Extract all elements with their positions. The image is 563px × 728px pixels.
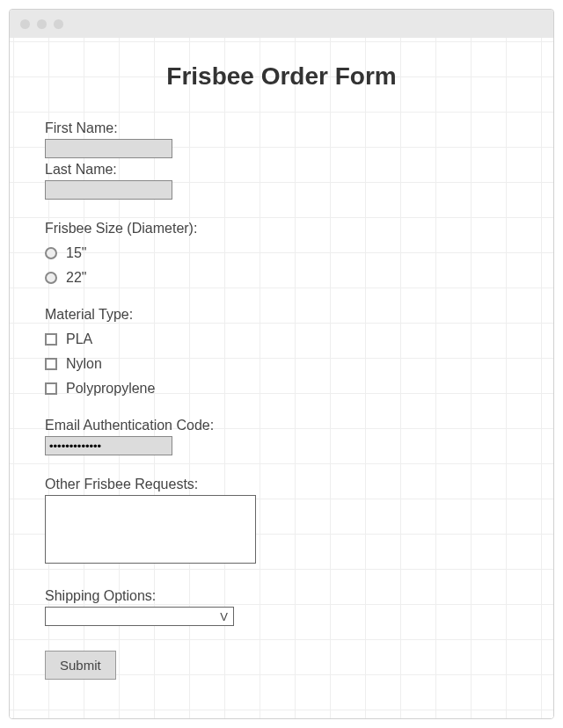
size-option-15-text: 15" xyxy=(66,245,86,261)
browser-frame: Frisbee Order Form First Name: Last Name… xyxy=(9,9,554,719)
window-dot-close[interactable] xyxy=(20,19,30,29)
material-group: Material Type: PLA Nylon Polypropylene xyxy=(45,307,518,397)
content-area: Frisbee Order Form First Name: Last Name… xyxy=(10,38,553,718)
last-name-label: Last Name: xyxy=(45,162,518,178)
material-checkbox-polypropylene[interactable] xyxy=(45,382,57,395)
material-checkbox-nylon[interactable] xyxy=(45,358,57,370)
size-radio-15[interactable] xyxy=(45,247,57,259)
material-option-pla: PLA xyxy=(45,331,518,347)
window-titlebar xyxy=(10,10,553,38)
submit-button[interactable]: Submit xyxy=(45,651,116,680)
shipping-select[interactable]: V xyxy=(45,607,234,626)
page-title: Frisbee Order Form xyxy=(45,62,518,91)
material-polypropylene-text: Polypropylene xyxy=(66,381,155,397)
size-option-15: 15" xyxy=(45,245,518,261)
requests-textarea[interactable] xyxy=(45,495,256,564)
size-option-22-text: 22" xyxy=(66,270,86,286)
order-form: Frisbee Order Form First Name: Last Name… xyxy=(10,38,553,688)
first-name-input[interactable] xyxy=(45,139,172,158)
auth-code-input[interactable] xyxy=(45,436,172,455)
chevron-down-icon: V xyxy=(220,610,228,623)
window-dot-min[interactable] xyxy=(37,19,47,29)
last-name-input[interactable] xyxy=(45,180,172,200)
last-name-group: Last Name: xyxy=(45,162,518,200)
auth-code-label: Email Authentication Code: xyxy=(45,418,518,433)
first-name-group: First Name: xyxy=(45,120,518,158)
requests-label: Other Frisbee Requests: xyxy=(45,477,518,492)
size-radio-22[interactable] xyxy=(45,272,57,284)
shipping-group: Shipping Options: V xyxy=(45,588,518,626)
requests-group: Other Frisbee Requests: xyxy=(45,477,518,567)
shipping-label: Shipping Options: xyxy=(45,588,518,604)
material-checkbox-pla[interactable] xyxy=(45,333,57,346)
size-group: Frisbee Size (Diameter): 15" 22" xyxy=(45,221,518,286)
material-nylon-text: Nylon xyxy=(66,356,102,372)
material-option-polypropylene: Polypropylene xyxy=(45,381,518,397)
material-pla-text: PLA xyxy=(66,331,92,347)
material-option-nylon: Nylon xyxy=(45,356,518,372)
first-name-label: First Name: xyxy=(45,120,518,136)
size-option-22: 22" xyxy=(45,270,518,286)
auth-code-group: Email Authentication Code: xyxy=(45,418,518,455)
window-dot-max[interactable] xyxy=(54,19,63,29)
size-label: Frisbee Size (Diameter): xyxy=(45,221,518,237)
material-label: Material Type: xyxy=(45,307,518,323)
